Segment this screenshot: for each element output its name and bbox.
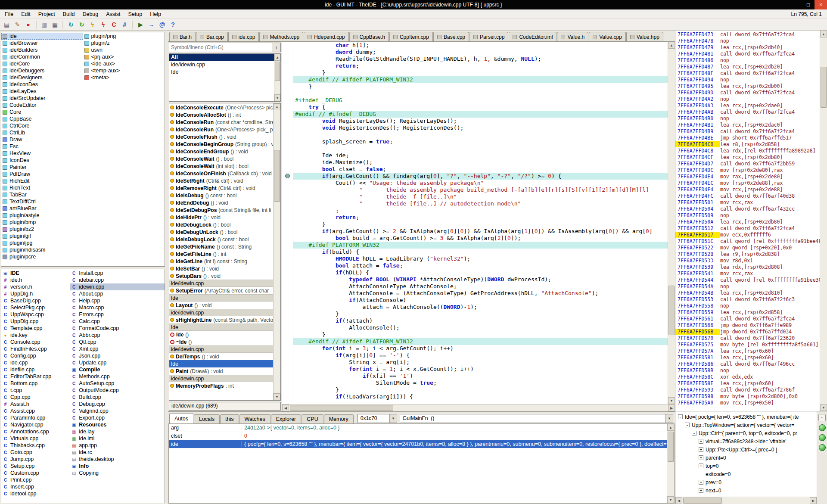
- menu-item-debug[interactable]: Debug: [78, 10, 102, 19]
- file-item[interactable]: CQtf.cpp: [70, 339, 165, 345]
- tree-item[interactable]: +prev=0: [675, 478, 817, 486]
- package-item[interactable]: ide/Designers: [1, 74, 83, 81]
- code-line[interactable]: attach = AttachConsole((DWORD)-1);: [282, 304, 668, 311]
- code-line[interactable]: " theide -f [file..]\n": [282, 193, 668, 200]
- code-line[interactable]: char h[1];: [282, 42, 668, 49]
- code-line[interactable]: }: [282, 83, 668, 90]
- symbol-item[interactable]: IdeIsDebug() const : bool: [169, 192, 273, 199]
- file-item[interactable]: CThisbacks.cpp: [1, 442, 70, 449]
- symbol-item[interactable]: IdeDebugLock() : bool: [169, 221, 273, 228]
- symbol-item[interactable]: IdeDebugUnLock() : bool: [169, 228, 273, 236]
- disasm-row[interactable]: 7FF6A7FFD50Alea rcx,[rsp+0x2db80]: [675, 218, 820, 225]
- green-tool-button-2[interactable]: [819, 434, 826, 441]
- file-paste-button[interactable]: ▦: [50, 20, 60, 30]
- file-item[interactable]: CInstall.cpp: [70, 270, 165, 277]
- file-item[interactable]: CFindInFiles.cpp: [1, 345, 70, 352]
- code-line[interactable]: #endif // #ifdef PLATFORM_WIN32: [282, 338, 668, 345]
- editor-tab[interactable]: Methods.cpp: [259, 32, 303, 41]
- file-item[interactable]: CConsole.cpp: [1, 339, 70, 345]
- code-line[interactable]: }: [282, 311, 668, 317]
- disasm-row[interactable]: 7FF6A7FFD5A0mov rcx,[rsp+0x50]: [675, 399, 820, 406]
- file-item[interactable]: CSetup.cpp: [1, 463, 70, 470]
- editor-vertical-scrollbar[interactable]: ▲ ▼: [668, 42, 675, 404]
- menu-item-setup[interactable]: Setup: [124, 10, 146, 19]
- disasm-row[interactable]: 7FF6A7FFD586call dword 0x7ff6a7f496cc: [675, 361, 820, 367]
- package-item[interactable]: usvn: [83, 47, 165, 53]
- debugger-tab-this[interactable]: this: [220, 414, 239, 423]
- editor-tab[interactable]: Base.cpp: [433, 32, 469, 41]
- disasm-row[interactable]: 7FF6A7FFD593call dword 0x7ff6a7f2786f: [675, 386, 820, 393]
- package-item[interactable]: plugin/pcre: [1, 253, 83, 260]
- editor-tab[interactable]: Value.hpp: [626, 32, 663, 41]
- file-item[interactable]: CTemplate.cpp: [1, 325, 70, 332]
- package-item[interactable]: plugin/astyle: [1, 212, 83, 219]
- code-line[interactable]: dword dummy;: [282, 49, 668, 56]
- file-item[interactable]: CAutoSetup.cpp: [70, 380, 165, 387]
- disasm-row[interactable]: 7FF6A7FFD495lea rcx,[rsp+0x2db00]: [675, 83, 820, 89]
- package-item[interactable]: ide/LayDes: [1, 88, 83, 95]
- scroll-thumb[interactable]: [668, 286, 675, 335]
- disasm-row[interactable]: 7FF6A7FFD4B1lea rcx,[rsp+0x2dac0]: [675, 121, 820, 128]
- disasm-row[interactable]: 7FF6A7FFD4BEjmp short 0x7ff6a7ffd517: [675, 134, 820, 141]
- disasm-row[interactable]: 7FF6A7FFD54Anop: [675, 283, 820, 289]
- code-line[interactable]: " theide [file..] // autodetection mode\…: [282, 200, 668, 207]
- file-item[interactable]: CUpdate.cpp: [70, 359, 165, 366]
- code-line[interactable]: if(build) {: [282, 249, 668, 255]
- file-item[interactable]: CJump.cpp: [1, 456, 70, 463]
- code-area[interactable]: char h[1]; dword dummy; ReadFile(GetStdH…: [282, 42, 668, 404]
- file-item[interactable]: CExport.cpp: [70, 414, 165, 421]
- menu-item-help[interactable]: Help: [146, 10, 165, 19]
- symbol-item[interactable]: DelTemps() : void: [169, 353, 273, 360]
- disasm-row[interactable]: 7FF6A7FFD494nop: [675, 76, 820, 83]
- collapse-icon[interactable]: -: [678, 414, 683, 419]
- package-item[interactable]: plugin/bz2: [1, 226, 83, 233]
- assembly-button[interactable]: #: [119, 20, 130, 30]
- code-line[interactable]: AttachConsole = (AttachConsoleType) GetP…: [282, 290, 668, 297]
- file-item[interactable]: CUppDlg.cpp: [1, 318, 70, 325]
- disasm-row[interactable]: 7FF6A7FFD4DCmov [rsp+0x2de80],rax: [675, 167, 820, 173]
- tree-item[interactable]: +virtual=7ff6a89c2348->Ide::`vftable': [675, 437, 817, 445]
- symbol-item[interactable]: IdeConsoleEndGroup() : void: [169, 148, 273, 155]
- tree-item[interactable]: +top=0: [675, 462, 817, 470]
- disasm-row[interactable]: 7FF6A7FFD4B0nop: [675, 115, 820, 121]
- disasm-row[interactable]: 7FF6A7FFD4C0lea r8,[rsp+0x2d858]: [675, 141, 820, 147]
- scroll-up-button[interactable]: ▲: [667, 424, 674, 431]
- file-item[interactable]: Cide.cpp: [1, 359, 70, 366]
- expand-icon[interactable]: +: [699, 455, 703, 460]
- package-item[interactable]: plugin/gif: [1, 233, 83, 240]
- package-item[interactable]: Esc: [1, 143, 83, 150]
- file-item[interactable]: CPrint.cpp: [1, 476, 70, 483]
- disasm-row[interactable]: 7FF6A7FFD575mov byte [rel 0xffffffffa8f5…: [675, 341, 820, 348]
- symbol-item[interactable]: IdeRemoveRight(Ctrl& ctrl) : void: [169, 184, 273, 192]
- code-line[interactable]: #ifdef PLATFORM_WIN32: [282, 242, 668, 249]
- scroll-down-button[interactable]: ▼: [820, 404, 827, 411]
- scroll-up-button[interactable]: ▲: [274, 103, 280, 110]
- help-button[interactable]: ?: [168, 20, 178, 30]
- code-line[interactable]: if(arg.GetCount() >= 2 && IsAlpha(arg[0]…: [282, 228, 668, 235]
- code-line[interactable]: typedef BOOL (WINAPI *AttachConsoleType)…: [282, 276, 668, 283]
- code-line[interactable]: }: [282, 331, 668, 338]
- file-item[interactable]: CNavigator.cpp: [1, 421, 70, 428]
- code-line[interactable]: AttachConsoleType AttachConsole;: [282, 283, 668, 290]
- disasm-row[interactable]: 7FF6A7FFD558nop: [675, 302, 820, 309]
- collapse-icon[interactable]: -: [685, 423, 690, 427]
- disasm-row[interactable]: 7FF6A7FFD501mov rcx,rax: [675, 199, 820, 205]
- disasm-row[interactable]: 7FF6A7FFD533mov r8d,0x1: [675, 257, 820, 264]
- macro-record-button[interactable]: ●: [23, 20, 34, 30]
- menu-item-assist[interactable]: Assist: [102, 10, 124, 19]
- file-item[interactable]: Cidebar.cpp: [70, 277, 165, 283]
- scroll-track[interactable]: [820, 37, 827, 404]
- package-item[interactable]: Draw: [1, 136, 83, 143]
- disasm-row[interactable]: 7FF6A7FFD486nop: [675, 57, 820, 63]
- disasm-row[interactable]: 7FF6A7FFD598mov byte [rsp+0x2d800],0x0: [675, 393, 820, 399]
- package-item[interactable]: <meta>: [83, 74, 165, 81]
- file-item[interactable]: #ide.h: [1, 277, 70, 283]
- debugger-tab-watches[interactable]: Watches: [239, 414, 270, 423]
- editor-tab[interactable]: CodeEditor.iml: [509, 32, 557, 41]
- watch-scrollbar[interactable]: ▲ ▼: [667, 424, 674, 503]
- editor-tab[interactable]: CppBase.h: [349, 32, 389, 41]
- code-line[interactable]: [282, 90, 668, 97]
- file-item[interactable]: CGoto.cpp: [1, 449, 70, 456]
- symbol-item[interactable]: IdeConsoleRun(One<AProcess> pick_ pr: [169, 126, 273, 133]
- disasm-row[interactable]: 7FF6A7FFD473call dword 0x7ff6a7f2fca4: [675, 31, 820, 37]
